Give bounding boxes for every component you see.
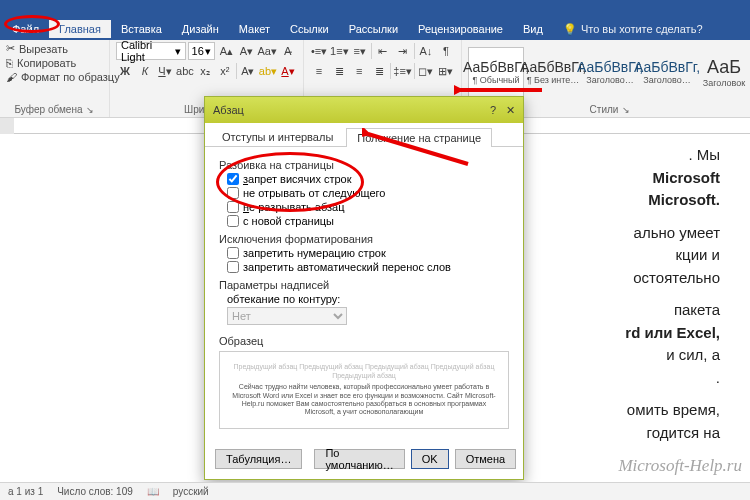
tab-layout[interactable]: Макет bbox=[229, 20, 280, 38]
tabs-button[interactable]: Табуляция… bbox=[215, 449, 302, 469]
pagination-group-title: Разбивка на страницы bbox=[219, 159, 509, 171]
tab-references[interactable]: Ссылки bbox=[280, 20, 339, 38]
no-hyphen-label: запретить автоматический перенос слов bbox=[243, 261, 451, 273]
ribbon-tabs: Файл Главная Вставка Дизайн Макет Ссылки… bbox=[0, 18, 750, 40]
superscript-button[interactable]: x² bbox=[216, 62, 234, 80]
style-title[interactable]: АаБЗаголовок bbox=[696, 47, 750, 97]
change-case-button[interactable]: Aa▾ bbox=[257, 42, 276, 60]
font-size-combo[interactable]: 16▾ bbox=[188, 42, 216, 60]
preview-title: Образец bbox=[219, 335, 509, 347]
tab-design[interactable]: Дизайн bbox=[172, 20, 229, 38]
preview-box: Предыдущий абзац Предыдущий абзац Предыд… bbox=[219, 351, 509, 429]
keep-together-checkbox[interactable] bbox=[227, 201, 239, 213]
group-clipboard: ✂Вырезать ⎘Копировать 🖌Формат по образцу… bbox=[0, 40, 110, 117]
shading-button[interactable]: ◻▾ bbox=[417, 62, 435, 80]
dialog-titlebar[interactable]: Абзац ? ✕ bbox=[205, 97, 523, 123]
copy-icon: ⎘ bbox=[6, 57, 13, 69]
strike-button[interactable]: abc bbox=[176, 62, 194, 80]
bullets-button[interactable]: •≡▾ bbox=[310, 42, 328, 60]
brush-icon: 🖌 bbox=[6, 71, 17, 83]
paragraph-dialog: Абзац ? ✕ Отступы и интервалы Положение … bbox=[204, 96, 524, 480]
wrap-label: обтекание по контуру: bbox=[227, 293, 509, 305]
page-break-checkbox[interactable] bbox=[227, 215, 239, 227]
lightbulb-icon: 💡 bbox=[563, 23, 577, 36]
cut-button[interactable]: ✂Вырезать bbox=[6, 42, 103, 55]
shrink-font-button[interactable]: A▾ bbox=[237, 42, 255, 60]
keep-with-next-label: не отрывать от следующего bbox=[243, 187, 385, 199]
underline-button[interactable]: Ч▾ bbox=[156, 62, 174, 80]
textbox-opts-title: Параметры надписей bbox=[219, 279, 509, 291]
dialog-title-text: Абзац bbox=[213, 104, 244, 116]
grow-font-button[interactable]: A▴ bbox=[217, 42, 235, 60]
chevron-down-icon: ▾ bbox=[205, 45, 211, 58]
wrap-select: Нет bbox=[227, 307, 347, 325]
page-break-label: с новой страницы bbox=[243, 215, 334, 227]
tab-page-position[interactable]: Положение на странице bbox=[346, 128, 492, 147]
tab-indents[interactable]: Отступы и интервалы bbox=[211, 127, 344, 146]
group-label: Буфер обмена bbox=[15, 104, 83, 115]
sort-button[interactable]: A↓ bbox=[417, 42, 435, 60]
title-bar bbox=[0, 0, 750, 18]
tell-me-label: Что вы хотите сделать? bbox=[581, 23, 703, 35]
status-spellcheck-icon[interactable]: 📖 bbox=[147, 486, 159, 497]
chevron-down-icon: ▾ bbox=[175, 45, 181, 58]
cancel-button[interactable]: Отмена bbox=[455, 449, 516, 469]
style-normal[interactable]: АаБбВвГг,¶ Обычный bbox=[468, 47, 524, 97]
tab-review[interactable]: Рецензирование bbox=[408, 20, 513, 38]
status-bar: а 1 из 1 Число слов: 109 📖 русский bbox=[0, 482, 750, 500]
font-color-button[interactable]: A▾ bbox=[279, 62, 297, 80]
highlight-button[interactable]: ab▾ bbox=[259, 62, 277, 80]
borders-button[interactable]: ⊞▾ bbox=[437, 62, 455, 80]
default-button[interactable]: По умолчанию… bbox=[314, 449, 404, 469]
ok-button[interactable]: OK bbox=[411, 449, 449, 469]
dialog-tabs: Отступы и интервалы Положение на страниц… bbox=[205, 123, 523, 147]
widow-orphan-label: запрет висячих строк bbox=[243, 173, 352, 185]
tell-me[interactable]: 💡 Что вы хотите сделать? bbox=[563, 23, 703, 36]
no-hyphen-checkbox[interactable] bbox=[227, 261, 239, 273]
font-name-combo[interactable]: Calibri Light▾ bbox=[116, 42, 186, 60]
status-language[interactable]: русский bbox=[173, 486, 209, 497]
style-no-spacing[interactable]: АаБбВвГг,¶ Без инте… bbox=[525, 47, 581, 97]
keep-with-next-checkbox[interactable] bbox=[227, 187, 239, 199]
format-exc-title: Исключения форматирования bbox=[219, 233, 509, 245]
clear-format-button[interactable]: A̶ bbox=[279, 42, 297, 60]
format-painter-button[interactable]: 🖌Формат по образцу bbox=[6, 71, 103, 83]
suppress-lines-checkbox[interactable] bbox=[227, 247, 239, 259]
suppress-lines-label: запретить нумерацию строк bbox=[243, 247, 386, 259]
align-left-button[interactable]: ≡ bbox=[310, 62, 328, 80]
style-gallery[interactable]: АаБбВвГг,¶ Обычный АаБбВвГг,¶ Без инте… … bbox=[468, 47, 750, 97]
decrease-indent-button[interactable]: ⇤ bbox=[374, 42, 392, 60]
copy-button[interactable]: ⎘Копировать bbox=[6, 57, 103, 69]
scissors-icon: ✂ bbox=[6, 42, 15, 55]
help-icon[interactable]: ? bbox=[490, 104, 496, 116]
widow-orphan-checkbox[interactable] bbox=[227, 173, 239, 185]
bold-button[interactable]: Ж bbox=[116, 62, 134, 80]
tab-mailings[interactable]: Рассылки bbox=[339, 20, 408, 38]
status-page[interactable]: а 1 из 1 bbox=[8, 486, 43, 497]
tab-home[interactable]: Главная bbox=[49, 20, 111, 38]
justify-button[interactable]: ≣ bbox=[370, 62, 388, 80]
align-right-button[interactable]: ≡ bbox=[350, 62, 368, 80]
dialog-launcher-icon[interactable]: ↘ bbox=[622, 105, 630, 115]
italic-button[interactable]: К bbox=[136, 62, 154, 80]
watermark: Microsoft-Help.ru bbox=[618, 456, 742, 476]
increase-indent-button[interactable]: ⇥ bbox=[394, 42, 412, 60]
status-words[interactable]: Число слов: 109 bbox=[57, 486, 133, 497]
style-heading1[interactable]: АаБбВвГг,Заголово… bbox=[582, 47, 638, 97]
tab-view[interactable]: Вид bbox=[513, 20, 553, 38]
show-marks-button[interactable]: ¶ bbox=[437, 42, 455, 60]
dialog-launcher-icon[interactable]: ↘ bbox=[86, 105, 94, 115]
group-label: Стили bbox=[590, 104, 619, 115]
keep-together-label: не разрывать абзац bbox=[243, 201, 345, 213]
align-center-button[interactable]: ≣ bbox=[330, 62, 348, 80]
subscript-button[interactable]: x₂ bbox=[196, 62, 214, 80]
tab-file[interactable]: Файл bbox=[2, 20, 49, 38]
numbering-button[interactable]: 1≡▾ bbox=[330, 42, 349, 60]
multilevel-button[interactable]: ≡▾ bbox=[351, 42, 369, 60]
close-icon[interactable]: ✕ bbox=[506, 104, 515, 117]
tab-insert[interactable]: Вставка bbox=[111, 20, 172, 38]
line-spacing-button[interactable]: ‡≡▾ bbox=[393, 62, 412, 80]
text-effects-button[interactable]: A▾ bbox=[239, 62, 257, 80]
style-heading2[interactable]: АаБбВвГг,Заголово… bbox=[639, 47, 695, 97]
